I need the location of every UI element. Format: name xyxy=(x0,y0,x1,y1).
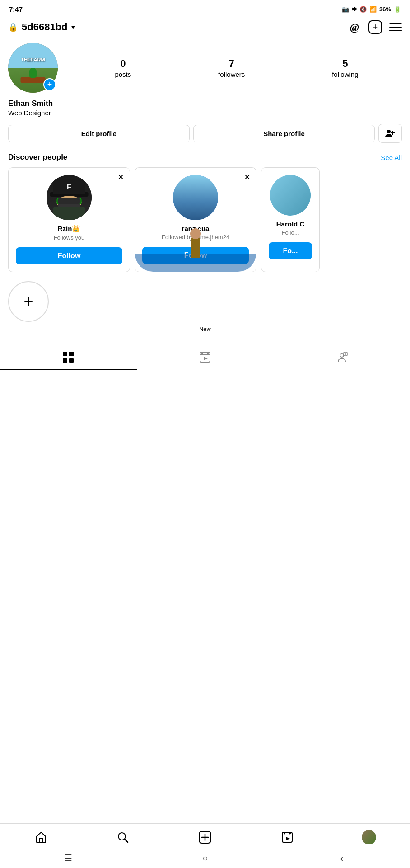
follow-harold-button[interactable]: Fo... xyxy=(269,242,312,259)
svg-rect-5 xyxy=(63,358,67,363)
svg-rect-6 xyxy=(69,358,74,363)
header: 🔒 5d6681bd ▾ @ + xyxy=(0,17,410,38)
home-icon xyxy=(35,831,47,844)
nav-search[interactable] xyxy=(109,828,136,846)
profile-bio: Web Designer xyxy=(8,109,402,117)
discover-title: Discover people xyxy=(8,153,67,162)
system-back-button[interactable]: ‹ xyxy=(333,853,351,863)
content-tabs xyxy=(0,344,410,370)
rzin-hat-letter: F xyxy=(67,183,71,191)
posts-stat[interactable]: 0 posts xyxy=(115,58,131,78)
nav-reels[interactable] xyxy=(274,828,301,846)
lock-icon: 🔒 xyxy=(8,22,18,32)
followers-count: 7 xyxy=(229,58,234,70)
avatar-ranz xyxy=(173,175,218,220)
avatar-container: THEFARM + xyxy=(8,43,58,93)
followers-label: followers xyxy=(218,71,245,78)
add-friend-button[interactable] xyxy=(378,124,402,143)
avatar-farm-text: THEFARM xyxy=(21,57,45,62)
svg-rect-22 xyxy=(282,835,292,835)
system-nav: ☰ ○ ‹ xyxy=(0,849,410,868)
avatar-rzin: F xyxy=(47,175,92,220)
person-card-rzin: ✕ F Rzin👑 Follows you Follow xyxy=(8,167,130,272)
tab-tagged[interactable] xyxy=(273,344,410,370)
follow-rzin-button[interactable]: Follow xyxy=(16,247,122,264)
battery-text: 36% xyxy=(379,6,391,13)
bottom-spacer xyxy=(0,370,410,433)
avatar-plant xyxy=(29,68,37,78)
profile-thumb xyxy=(362,830,376,844)
status-icons: 📷 ✱ 🔇 📶 36% 🔋 xyxy=(342,6,401,13)
svg-point-23 xyxy=(284,833,285,835)
svg-point-10 xyxy=(207,353,209,354)
svg-point-12 xyxy=(340,354,344,357)
posts-label: posts xyxy=(115,71,131,78)
hamburger-menu-button[interactable] xyxy=(389,23,402,31)
camera-icon: 📷 xyxy=(342,6,349,13)
add-icon xyxy=(198,830,212,844)
svg-marker-25 xyxy=(286,837,290,840)
svg-rect-8 xyxy=(200,354,210,355)
search-icon xyxy=(116,831,129,844)
svg-point-9 xyxy=(201,353,203,354)
tab-grid[interactable] xyxy=(0,344,137,370)
new-story-label: New xyxy=(8,326,402,332)
svg-point-0 xyxy=(387,130,391,133)
person-card-ranz: ✕ ranz cua Followed by itsme.jhem24 Foll… xyxy=(135,167,256,272)
svg-point-24 xyxy=(289,833,291,835)
avatar-table xyxy=(21,77,46,83)
person-sub-rzin: Follows you xyxy=(54,234,85,241)
nav-add[interactable] xyxy=(191,828,219,846)
profile-name: Ethan Smith xyxy=(8,99,402,108)
add-story-badge[interactable]: + xyxy=(43,78,56,91)
profile-top: THEFARM + 0 posts 7 followers 5 followin… xyxy=(8,43,402,93)
new-story-button[interactable]: + xyxy=(8,281,49,322)
svg-rect-3 xyxy=(63,352,67,356)
share-profile-button[interactable]: Share profile xyxy=(193,125,375,142)
posts-count: 0 xyxy=(120,58,126,70)
nav-home[interactable] xyxy=(28,828,55,846)
battery-icon: 🔋 xyxy=(394,6,401,13)
following-stat[interactable]: 5 following xyxy=(332,58,358,78)
action-buttons: Edit profile Share profile xyxy=(0,124,410,150)
chevron-down-icon[interactable]: ▾ xyxy=(71,24,75,31)
harold-avatar-image xyxy=(270,175,311,216)
status-bar: 7:47 📷 ✱ 🔇 📶 36% 🔋 xyxy=(0,0,410,17)
edit-profile-button[interactable]: Edit profile xyxy=(8,125,190,142)
threads-icon[interactable]: @ xyxy=(348,20,361,34)
header-right: @ + xyxy=(348,20,402,34)
nav-items xyxy=(0,824,410,849)
grid-icon xyxy=(62,351,75,363)
system-home-button[interactable]: ○ xyxy=(196,853,214,863)
svg-marker-11 xyxy=(204,357,208,360)
header-left[interactable]: 🔒 5d6681bd ▾ xyxy=(8,21,75,33)
tagged-icon xyxy=(335,351,348,363)
new-story-section: + New xyxy=(0,272,410,340)
person-name-harold: Harold C xyxy=(276,220,305,228)
reels-nav-icon xyxy=(281,831,294,844)
mute-icon: 🔇 xyxy=(359,6,367,13)
person-card-harold: Harold C Follo... Fo... xyxy=(261,167,320,272)
stats-row: 0 posts 7 followers 5 following xyxy=(71,58,402,78)
person-sub-harold: Follo... xyxy=(281,229,299,236)
see-all-button[interactable]: See All xyxy=(381,154,402,161)
following-count: 5 xyxy=(342,58,348,70)
system-menu-button[interactable]: ☰ xyxy=(59,853,77,863)
wifi-icon: 📶 xyxy=(369,6,377,13)
followers-stat[interactable]: 7 followers xyxy=(218,58,245,78)
ranz-avatar-image xyxy=(173,175,218,220)
username-label: 5d6681bd xyxy=(22,21,68,33)
add-person-icon xyxy=(385,129,396,138)
close-rzin-button[interactable]: ✕ xyxy=(117,172,124,182)
bluetooth-icon: ✱ xyxy=(352,6,357,13)
people-scroll: ✕ F Rzin👑 Follows you Follow xyxy=(0,167,410,272)
nav-profile[interactable] xyxy=(355,828,382,846)
menu-line-1 xyxy=(389,23,402,24)
new-post-button[interactable]: + xyxy=(368,20,382,34)
close-ranz-button[interactable]: ✕ xyxy=(244,172,251,182)
avatar-harold xyxy=(270,175,311,216)
svg-rect-4 xyxy=(69,352,74,356)
bottom-nav: ☰ ○ ‹ xyxy=(0,823,410,868)
tab-reels[interactable] xyxy=(137,344,274,370)
plus-icon: + xyxy=(23,293,33,310)
